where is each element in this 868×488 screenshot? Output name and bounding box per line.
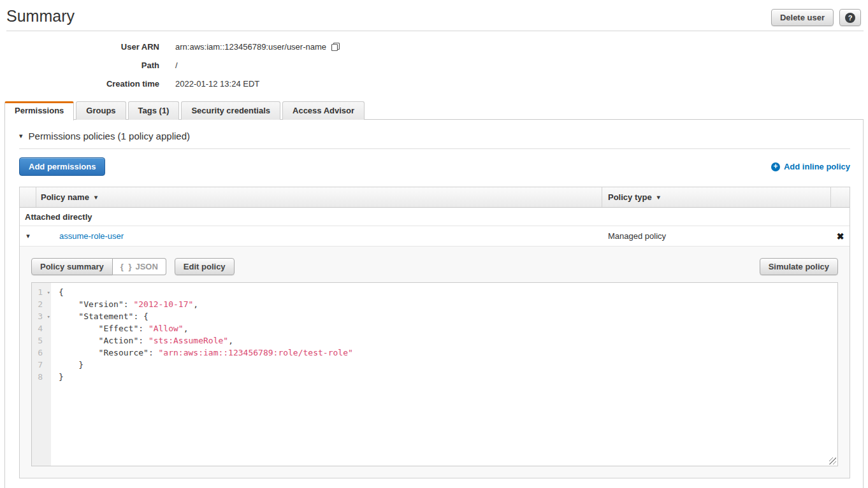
policy-detach-cell: ✖ [831,231,850,241]
policy-view-buttons: Policy summary { }JSON Edit policy [31,258,235,275]
add-permissions-button[interactable]: Add permissions [19,157,105,176]
add-inline-policy-label: Add inline policy [784,162,850,171]
json-button-label: JSON [135,262,157,271]
header-actions: Delete user ? [771,9,861,26]
row-expand-caret-icon: ▾ [26,232,30,240]
policy-summary-button[interactable]: Policy summary [31,258,113,275]
detail-row-user-arn: User ARN arn:aws:iam::123456789:user/use… [0,42,868,52]
row-expand-toggle[interactable]: ▾ [20,232,36,240]
editor-line-number: 5 [32,334,51,347]
column-header-policy-type[interactable]: Policy type ▾ [602,187,831,207]
editor-line-number: 7 [32,359,51,371]
policies-table-header: Policy name ▾ Policy type ▾ [20,187,850,208]
json-view-button[interactable]: { }JSON [113,258,166,275]
fold-caret-icon[interactable]: ▾ [47,311,50,323]
editor-code-line: "Resource": "arn:aws:iam::123456789:role… [59,347,837,359]
help-button[interactable]: ? [839,9,861,26]
header-actions-column [831,187,850,207]
user-details: User ARN arn:aws:iam::123456789:user/use… [0,42,868,89]
help-icon: ? [845,13,855,23]
tab-groups[interactable]: Groups [76,101,126,120]
section-title: Permissions policies (1 policy applied) [29,131,190,141]
editor-code-line: "Version": "2012-10-17", [59,298,837,310]
editor-line-number: 3▾ [32,310,51,322]
editor-line-number: 6 [32,347,51,359]
simulate-policy-button[interactable]: Simulate policy [760,258,838,275]
editor-code-line: { [59,286,837,298]
permissions-tab-panel: ▾ Permissions policies (1 policy applied… [4,119,864,488]
policy-json-editor[interactable]: 1▾23▾45678 { "Version": "2012-10-17", "S… [31,282,838,466]
editor-code-line: "Effect": "Allow", [59,322,837,334]
policy-name-header-label: Policy name [41,192,89,202]
policy-view-segmented-control: Policy summary { }JSON [31,258,166,275]
editor-code-line: } [59,371,837,383]
header-expand-column [20,187,36,207]
sort-caret-icon: ▾ [657,194,660,201]
policy-name-link[interactable]: assume-role-user [59,231,124,241]
page-header: Summary Delete user ? [0,0,868,26]
sort-caret-icon: ▾ [94,194,98,201]
plus-circle-icon: + [771,162,780,171]
editor-line-number: 4 [32,322,51,334]
section-collapse-caret-icon: ▾ [19,132,23,140]
user-arn-text: arn:aws:iam::123456789:user/user-name [175,42,326,52]
attached-directly-group-row: Attached directly [20,208,850,226]
creation-time-value: 2022-01-12 13:24 EDT [175,79,259,89]
policy-name-cell: assume-role-user [36,231,602,241]
fold-caret-icon[interactable]: ▾ [47,287,50,299]
policy-table-row: ▾ assume-role-user Managed policy ✖ [20,226,850,246]
user-arn-label: User ARN [0,42,159,52]
policy-view-toolbar: Policy summary { }JSON Edit policy Simul… [31,258,838,275]
policy-actions-row: Add permissions + Add inline policy [19,157,850,176]
detail-row-creation-time: Creation time 2022-01-12 13:24 EDT [0,79,868,89]
path-label: Path [0,61,159,70]
delete-user-button[interactable]: Delete user [771,9,834,26]
editor-code-area[interactable]: { "Version": "2012-10-17", "Statement": … [51,283,837,466]
user-arn-value: arn:aws:iam::123456789:user/user-name [175,42,340,52]
policy-detail-expanded-section: Policy summary { }JSON Edit policy Simul… [20,246,850,478]
editor-resize-handle-icon[interactable] [829,457,836,464]
tab-access-advisor[interactable]: Access Advisor [282,101,365,120]
editor-line-number: 1▾ [32,286,51,298]
editor-code-line: "Action": "sts:AssumeRole", [59,334,837,347]
detach-policy-icon[interactable]: ✖ [837,231,844,241]
add-inline-policy-link[interactable]: + Add inline policy [771,162,850,171]
editor-code-line: } [59,359,837,371]
tab-tags[interactable]: Tags (1) [128,101,180,120]
permissions-policies-section-header[interactable]: ▾ Permissions policies (1 policy applied… [19,120,850,149]
editor-line-number-gutter: 1▾23▾45678 [32,283,51,466]
tab-bar: Permissions Groups Tags (1) Security cre… [4,101,868,120]
policies-table: Policy name ▾ Policy type ▾ Attached dir… [19,187,850,478]
edit-policy-button[interactable]: Edit policy [175,258,235,275]
tab-security-credentials[interactable]: Security credentials [181,101,280,120]
editor-code-line: "Statement": { [59,310,837,322]
tab-permissions[interactable]: Permissions [4,101,74,120]
copy-icon[interactable] [331,42,340,52]
title-divider [6,31,864,31]
page-title: Summary [6,6,75,25]
detail-row-path: Path / [0,61,868,70]
path-value: / [175,61,178,70]
creation-time-label: Creation time [0,79,159,89]
policy-type-header-label: Policy type [608,192,652,202]
policy-type-cell: Managed policy [602,231,831,241]
editor-line-number: 8 [32,371,51,383]
editor-line-number: 2 [32,298,51,310]
attached-directly-label: Attached directly [25,212,92,222]
column-header-policy-name[interactable]: Policy name ▾ [36,187,602,207]
braces-icon: { } [120,262,133,271]
